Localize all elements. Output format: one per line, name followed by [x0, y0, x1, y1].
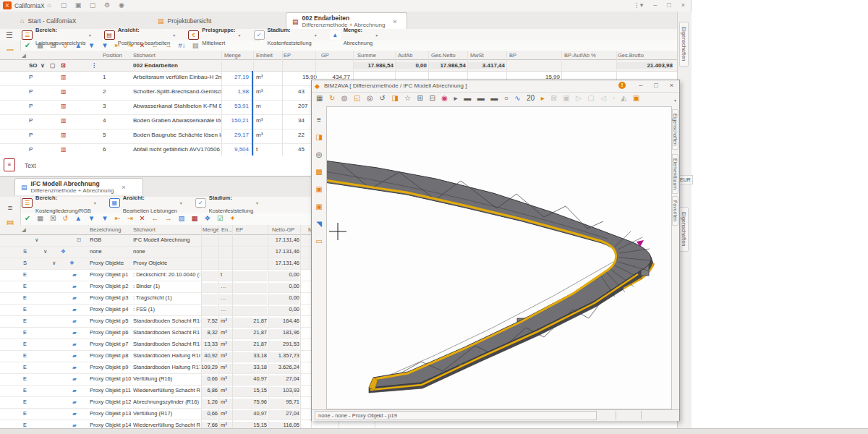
- rail-icon[interactable]: ≡: [0, 203, 20, 212]
- quick-access-icon[interactable]: ▣: [72, 1, 84, 9]
- toolbar-icon[interactable]: ☆: [404, 94, 411, 103]
- caret-icon[interactable]: ∨: [35, 237, 42, 243]
- toolbar-icon[interactable]: →: [165, 214, 172, 223]
- text-document-icon[interactable]: ≡: [4, 158, 15, 171]
- window-control-button[interactable]: □: [654, 82, 658, 89]
- rail-icon[interactable]: ≡: [312, 116, 326, 124]
- ribbon-group[interactable]: ☰ Bereich:Leistungsverzeichnis ▾: [22, 29, 91, 41]
- toolbar-icon[interactable]: ❖: [205, 214, 211, 223]
- window-control-button[interactable]: –: [653, 1, 657, 9]
- toolbar-icon[interactable]: ▣: [633, 94, 639, 103]
- toolbar-icon[interactable]: ✦: [230, 214, 236, 223]
- toolbar-icon[interactable]: ⇤: [115, 41, 121, 50]
- toolbar-icon[interactable]: ▦: [192, 214, 198, 223]
- quick-access-icon[interactable]: ⚙: [101, 1, 113, 9]
- ribbon-group[interactable]: ▲ Menge:Abrechnung ▾: [330, 29, 378, 41]
- toolbar-icon[interactable]: ◍: [341, 94, 348, 103]
- toolbar-icon[interactable]: ✔: [25, 41, 30, 50]
- ribbon-group[interactable]: ✓ ⋯ Stadium:Kostenfeststellung ▾: [254, 29, 317, 41]
- toolbar-icon[interactable]: ▼: [101, 214, 108, 223]
- toolbar-icon[interactable]: ↺: [379, 94, 385, 103]
- toolbar-icon[interactable]: ◱: [354, 94, 360, 103]
- ribbon-group[interactable]: € Preisgruppe:Mittelwert ▾: [188, 29, 240, 41]
- bim-3d-viewport[interactable]: [326, 106, 672, 409]
- toolbar-icon[interactable]: 20: [527, 94, 535, 103]
- toolbar-icon[interactable]: ▸: [541, 94, 545, 103]
- toolbar-icon[interactable]: ◨: [391, 94, 398, 103]
- toolbar-icon[interactable]: ⊟: [429, 94, 435, 103]
- caret-icon[interactable]: ∨: [41, 62, 49, 69]
- close-tab-icon[interactable]: ×: [393, 18, 396, 25]
- alert-icon[interactable]: !: [618, 82, 626, 89]
- ribbon-group[interactable]: ▦ Ansicht:Bearbeiten Leistungen ▾: [109, 197, 182, 208]
- window-control-button[interactable]: ×: [681, 1, 685, 9]
- toolbar-icon[interactable]: ▬: [477, 94, 485, 103]
- toolbar-icon[interactable]: ☒: [50, 214, 56, 223]
- toolbar-icon[interactable]: ↻: [329, 94, 335, 103]
- toolbar-icon[interactable]: ∿: [514, 94, 520, 103]
- toolbar-icon[interactable]: ✔: [25, 214, 30, 223]
- toolbar-icon[interactable]: ▦: [316, 94, 323, 103]
- toolbar-icon[interactable]: ▼: [88, 214, 95, 223]
- rail-icon[interactable]: ▩: [312, 168, 326, 176]
- toolbar-icon[interactable]: ▤: [192, 41, 199, 50]
- toolbar-icon[interactable]: ✕: [140, 41, 145, 50]
- toolbar-icon[interactable]: ▢: [587, 94, 594, 103]
- toolbar-icon[interactable]: ↺: [62, 41, 68, 50]
- bim-tab-eigenschaften[interactable]: Eigenschaften: [672, 109, 678, 150]
- rail-icon[interactable]: ▣: [312, 203, 326, 210]
- toolbar-icon[interactable]: ◎: [367, 94, 373, 103]
- toolbar-icon[interactable]: ◭: [621, 94, 626, 103]
- toolbar-icon[interactable]: ▼: [88, 41, 95, 50]
- rail-icon[interactable]: ◥: [312, 220, 326, 228]
- quick-access-icon[interactable]: ◉: [116, 1, 127, 9]
- row-menu-icon[interactable]: ⋮: [91, 62, 97, 69]
- toolbar-icon[interactable]: ⇤: [115, 214, 121, 223]
- rail-icon[interactable]: ▭: [312, 237, 326, 245]
- checkbox[interactable]: ▢: [50, 62, 57, 69]
- toolbar-icon[interactable]: ◉: [441, 94, 448, 103]
- toolbar-icon[interactable]: ○: [504, 94, 509, 103]
- bim-tab-favoriten[interactable]: Favoriten: [672, 196, 678, 226]
- toolbar-icon[interactable]: ▲: [75, 41, 81, 50]
- sort-icon[interactable]: ◢: [22, 226, 26, 233]
- rail-icon[interactable]: ◎: [312, 150, 326, 158]
- caret-icon[interactable]: ∨: [43, 248, 51, 255]
- rail-icon[interactable]: ▣: [312, 185, 326, 193]
- quick-access-icon[interactable]: ▢: [58, 1, 69, 9]
- bim-titlebar[interactable]: ◆ BIM2AVA [ Differenzmethode / IFC Model…: [312, 80, 679, 93]
- caret-icon[interactable]: ∨: [52, 260, 59, 266]
- toolbar-icon[interactable]: ▷: [576, 94, 582, 103]
- dock-tab-eigenschaften-top[interactable]: Eigenschaften: [679, 22, 689, 67]
- toolbar-icon[interactable]: ☑: [217, 214, 224, 223]
- bim2ava-window[interactable]: ◆ BIM2AVA [ Differenzmethode / IFC Model…: [311, 80, 680, 421]
- currency-tab[interactable]: EUR: [678, 175, 693, 184]
- window-control-button[interactable]: ⋮▾: [634, 1, 644, 9]
- toolbar-icon[interactable]: ▸: [454, 94, 458, 103]
- toolbar-icon[interactable]: ⇥: [127, 214, 133, 223]
- table-row[interactable]: SO ∨ ▢ ⊡ ⋮ 002 Endarbeiten 17.986,54 0,0…: [0, 60, 677, 72]
- toolbar-overflow-icon[interactable]: ▾: [674, 98, 676, 103]
- toolbar-icon[interactable]: →: [165, 41, 172, 50]
- dock-tab-eigenschaften-bottom[interactable]: Eigenschaften: [679, 207, 689, 252]
- sort-icon[interactable]: ◢: [22, 52, 26, 59]
- window-control-button[interactable]: □: [667, 1, 671, 9]
- window-control-button[interactable]: –: [639, 82, 642, 89]
- toolbar-icon[interactable]: ⊠: [550, 94, 556, 103]
- toolbar-icon[interactable]: ⇥: [127, 41, 133, 50]
- toolbar-icon[interactable]: ◁: [600, 94, 606, 103]
- toolbar-icon[interactable]: ▬: [490, 94, 498, 103]
- toolbar-icon[interactable]: ▼: [101, 41, 108, 50]
- toolbar-icon[interactable]: ←: [152, 41, 159, 50]
- menu-icon[interactable]: ☰: [6, 30, 13, 40]
- toolbar-icon[interactable]: ▬: [464, 94, 471, 103]
- toolbar-icon[interactable]: ▣: [563, 94, 569, 103]
- window-control-button[interactable]: ×: [670, 82, 673, 89]
- toolbar-icon[interactable]: #↓: [179, 41, 186, 50]
- toolbar-icon[interactable]: ▦: [37, 214, 43, 223]
- toolbar-icon[interactable]: ←: [152, 214, 159, 223]
- lv-table-header[interactable]: ◢ Position Stichwort Menge Einheit EP GP…: [0, 51, 677, 60]
- quick-access-icon[interactable]: ⌂: [43, 1, 55, 9]
- toolbar-icon[interactable]: ▫: [612, 94, 615, 103]
- toolbar-icon[interactable]: ☒: [50, 41, 56, 50]
